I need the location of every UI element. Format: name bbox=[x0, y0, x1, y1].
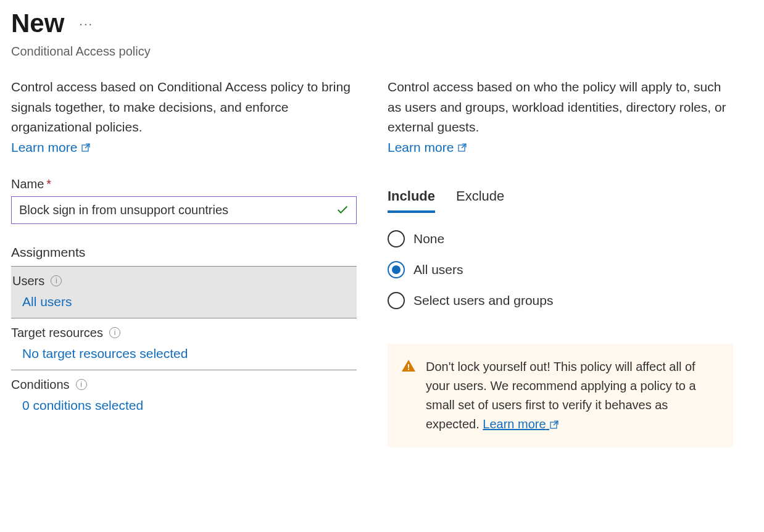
svg-rect-3 bbox=[408, 368, 409, 370]
radio-all-users[interactable]: All users bbox=[388, 261, 733, 278]
warning-learn-more-link[interactable]: Learn more bbox=[483, 417, 559, 431]
left-panel: Control access based on Conditional Acce… bbox=[11, 77, 357, 447]
warning-text: Don't lock yourself out! This policy wil… bbox=[426, 360, 696, 431]
checkmark-icon bbox=[336, 203, 349, 217]
tab-include[interactable]: Include bbox=[388, 188, 435, 213]
svg-rect-2 bbox=[408, 364, 409, 368]
learn-more-users-link[interactable]: Learn more bbox=[388, 140, 467, 155]
page-header: New ··· Conditional Access policy bbox=[11, 9, 753, 59]
learn-more-link[interactable]: Learn more bbox=[11, 140, 91, 155]
users-label: Users bbox=[12, 274, 44, 288]
page-subtitle: Conditional Access policy bbox=[11, 44, 753, 59]
radio-none[interactable]: None bbox=[388, 230, 733, 247]
right-panel: Control access based on who the policy w… bbox=[388, 77, 733, 447]
tab-exclude[interactable]: Exclude bbox=[456, 188, 504, 213]
external-link-icon bbox=[457, 143, 467, 152]
include-exclude-tabs: Include Exclude bbox=[388, 188, 733, 213]
assignments-header: Assignments bbox=[11, 245, 357, 267]
users-description: Control access based on who the policy w… bbox=[388, 77, 733, 138]
conditions-value: 0 conditions selected bbox=[11, 398, 357, 413]
learn-more-text: Learn more bbox=[11, 140, 77, 155]
radio-icon bbox=[388, 292, 405, 309]
target-resources-row[interactable]: Target resources i No target resources s… bbox=[11, 318, 357, 370]
target-resources-value: No target resources selected bbox=[11, 346, 357, 361]
radio-all-users-label: All users bbox=[413, 262, 463, 277]
radio-select-users[interactable]: Select users and groups bbox=[388, 292, 733, 309]
learn-more-text: Learn more bbox=[388, 140, 454, 155]
warning-icon bbox=[401, 359, 416, 373]
radio-none-label: None bbox=[413, 231, 444, 246]
target-resources-label: Target resources bbox=[11, 326, 103, 340]
name-field-label: Name* bbox=[11, 177, 357, 191]
users-row[interactable]: Users i All users bbox=[11, 267, 357, 318]
policy-name-input[interactable] bbox=[11, 196, 357, 224]
info-icon[interactable]: i bbox=[109, 327, 120, 338]
conditions-row[interactable]: Conditions i 0 conditions selected bbox=[11, 370, 357, 422]
users-value: All users bbox=[11, 294, 357, 309]
required-asterisk: * bbox=[46, 177, 51, 191]
info-icon[interactable]: i bbox=[51, 275, 62, 286]
more-actions-icon[interactable]: ··· bbox=[79, 17, 93, 31]
info-icon[interactable]: i bbox=[76, 379, 87, 390]
conditions-label: Conditions bbox=[11, 378, 70, 392]
radio-select-users-label: Select users and groups bbox=[413, 293, 553, 308]
external-link-icon bbox=[81, 143, 91, 152]
external-link-icon bbox=[549, 420, 559, 430]
users-scope-radio-group: None All users Select users and groups bbox=[388, 230, 733, 309]
page-title: New bbox=[11, 9, 64, 38]
radio-icon bbox=[388, 230, 405, 247]
policy-description: Control access based on Conditional Acce… bbox=[11, 77, 357, 138]
radio-icon bbox=[388, 261, 405, 278]
lockout-warning-banner: Don't lock yourself out! This policy wil… bbox=[388, 344, 733, 447]
